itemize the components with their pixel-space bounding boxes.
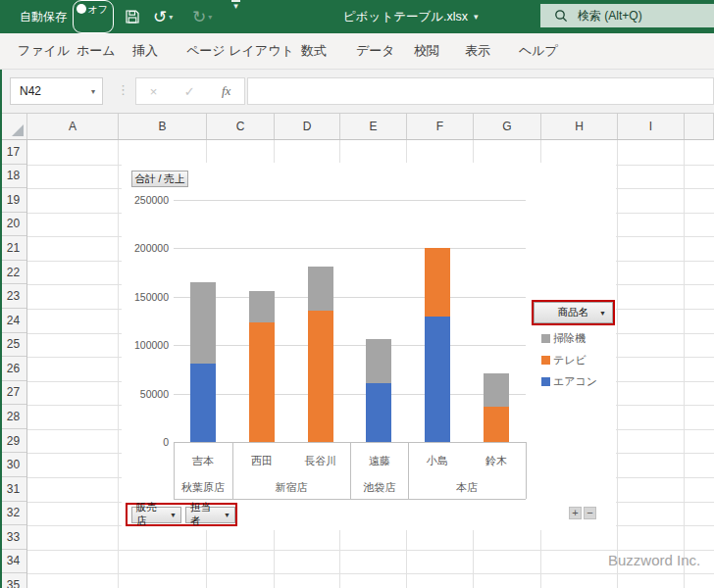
chart-minus-button[interactable]: −: [584, 507, 596, 519]
row-header-28[interactable]: 28: [0, 405, 26, 429]
tab-5[interactable]: データ: [356, 33, 395, 69]
column-header-D[interactable]: D: [275, 114, 340, 139]
title-bar: 自動保存 オフ ↺▾ ↻▾ ▾ ピボットテーブル.xlsx ▾: [0, 0, 714, 33]
tab-7[interactable]: 表示: [465, 33, 490, 69]
formula-buttons: × ✓ fx: [135, 77, 245, 105]
group-label-本店: 本店: [408, 480, 526, 495]
search-box[interactable]: 検索 (Alt+Q): [540, 4, 714, 27]
legend-item-エアコン: エアコン: [541, 373, 597, 389]
redo-button-disabled[interactable]: ↻▾: [192, 0, 212, 33]
bar-segment-掃除機-長谷川: [308, 267, 333, 311]
cell-grid[interactable]: Buzzword Inc. 合計 / 売上 商品名 ▼ 掃除機テレビエアコン 販…: [27, 140, 714, 588]
category-axis-line: [526, 442, 527, 499]
pivot-chart[interactable]: 合計 / 売上 商品名 ▼ 掃除機テレビエアコン 販売店▼担当者▼ + − 05…: [122, 163, 616, 530]
row-header-31[interactable]: 31: [0, 477, 26, 502]
column-header-E[interactable]: E: [340, 114, 407, 139]
chevron-down-icon: ▾: [91, 87, 95, 96]
row-header-30[interactable]: 30: [0, 453, 26, 477]
axis-field-button-store[interactable]: 販売店▼: [131, 507, 181, 523]
gridline: [27, 550, 714, 551]
separator-dots-icon: ⋮: [117, 82, 129, 97]
y-axis-tick-label: 0: [126, 436, 169, 448]
gridline: [684, 140, 685, 588]
axis-field-label: 販売店: [136, 501, 166, 528]
autosave-toggle[interactable]: オフ: [73, 0, 114, 33]
gridline: [27, 573, 714, 574]
column-header-F[interactable]: F: [407, 114, 474, 139]
row-header-33[interactable]: 33: [0, 525, 26, 550]
row-header-19[interactable]: 19: [0, 188, 26, 213]
y-axis-tick-label: 150000: [126, 291, 169, 303]
row-header-26[interactable]: 26: [0, 357, 26, 381]
column-header-A[interactable]: A: [27, 114, 119, 139]
y-axis-tick-label: 50000: [126, 388, 169, 400]
legend-label: テレビ: [553, 353, 586, 368]
undo-icon: ↺: [153, 7, 167, 27]
undo-button[interactable]: ↺▾: [153, 0, 173, 33]
y-axis-tick-label: 250000: [126, 194, 169, 206]
column-header-I[interactable]: I: [618, 114, 685, 139]
formula-bar-row: N42 ▾ ⋮ × ✓ fx: [0, 70, 714, 114]
tab-3[interactable]: ページ レイアウト: [186, 33, 294, 69]
column-header-H[interactable]: H: [541, 114, 618, 139]
enter-button[interactable]: ✓: [184, 84, 195, 99]
legend-swatch-icon: [541, 356, 550, 365]
worksheet: ABCDEFGHI 171819202122232425262728293031…: [0, 114, 714, 588]
chevron-down-icon: ▾: [208, 13, 212, 22]
search-placeholder: 検索 (Alt+Q): [578, 8, 642, 24]
row-header-23[interactable]: 23: [0, 284, 26, 309]
legend-item-掃除機: 掃除機: [541, 330, 586, 346]
row-header-34[interactable]: 34: [0, 550, 26, 574]
row-header-29[interactable]: 29: [0, 429, 26, 454]
toggle-knob-icon: [76, 4, 86, 14]
insert-function-button[interactable]: fx: [222, 83, 230, 99]
tab-4[interactable]: 数式: [301, 33, 327, 69]
row-header-21[interactable]: 21: [0, 236, 26, 261]
bar-segment-テレビ-鈴木: [484, 406, 509, 442]
select-all-triangle-icon: [12, 124, 24, 136]
name-box[interactable]: N42 ▾: [10, 77, 103, 105]
column-header-partial[interactable]: [685, 114, 714, 139]
tab-2[interactable]: 挿入: [132, 33, 158, 69]
value-field-button[interactable]: 合計 / 売上: [131, 171, 188, 187]
row-header-17[interactable]: 17: [0, 140, 26, 165]
column-header-B[interactable]: B: [119, 114, 207, 139]
row-header-32[interactable]: 32: [0, 502, 26, 526]
save-button[interactable]: [125, 0, 140, 33]
row-header-27[interactable]: 27: [0, 381, 26, 406]
axis-field-button-person[interactable]: 担当者▼: [185, 507, 235, 523]
cancel-button[interactable]: ×: [150, 84, 158, 99]
chevron-down-icon: ▾: [169, 13, 173, 22]
dropdown-arrow-icon: ▼: [170, 512, 177, 518]
tab-6[interactable]: 校閲: [414, 33, 439, 69]
window-left-edge: [0, 70, 2, 588]
select-all-button[interactable]: [0, 114, 27, 139]
tab-file[interactable]: ファイル: [18, 33, 70, 69]
autosave-label: 自動保存: [20, 0, 67, 33]
category-label-小島: 小島: [408, 454, 467, 468]
bar-segment-エアコン-小島: [425, 317, 450, 442]
row-header-22[interactable]: 22: [0, 261, 26, 285]
document-title[interactable]: ピボットテーブル.xlsx ▾: [343, 0, 479, 33]
row-headers: 17181920212223242526272829303132333435: [0, 140, 27, 588]
column-header-G[interactable]: G: [474, 114, 541, 139]
column-header-C[interactable]: C: [207, 114, 275, 139]
bar-segment-掃除機-遠藤: [366, 339, 391, 383]
legend-field-button[interactable]: 商品名 ▼: [534, 302, 613, 323]
autosave-state: オフ: [88, 3, 108, 17]
tab-8[interactable]: ヘルプ: [519, 33, 558, 69]
row-header-25[interactable]: 25: [0, 333, 26, 358]
row-header-20[interactable]: 20: [0, 213, 26, 237]
group-label-秋葉原店: 秋葉原店: [174, 480, 232, 495]
tab-1[interactable]: ホーム: [76, 33, 116, 69]
chart-plus-button[interactable]: +: [569, 507, 582, 519]
chart-gridline: [174, 394, 526, 395]
customize-quick-access-button[interactable]: ▾: [231, 0, 240, 33]
row-header-18[interactable]: 18: [0, 165, 26, 189]
legend-label: 掃除機: [553, 331, 586, 346]
category-label-西田: 西田: [232, 454, 291, 468]
formula-input[interactable]: [247, 77, 714, 105]
row-header-35[interactable]: 35: [0, 573, 26, 588]
category-label-吉本: 吉本: [174, 454, 232, 468]
row-header-24[interactable]: 24: [0, 309, 26, 333]
